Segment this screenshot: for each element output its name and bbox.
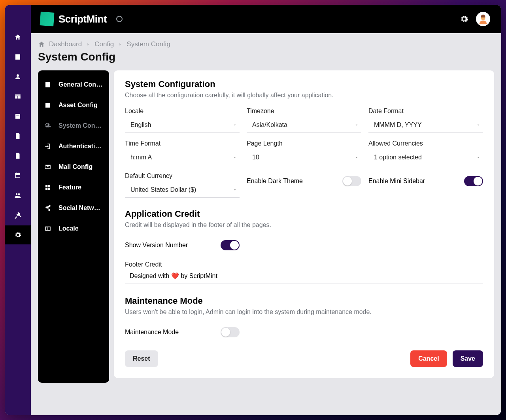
config-nav-social[interactable]: Social Netw…	[38, 198, 109, 218]
home-icon	[14, 34, 21, 41]
field-allowed-currencies: Allowed Currencies 1 option selected	[368, 140, 483, 165]
brand-name: ScriptMint	[59, 13, 107, 25]
home-icon	[38, 41, 45, 48]
config-nav-label: Authenticati…	[59, 143, 101, 150]
sidebar-item-calendar[interactable]	[5, 166, 31, 185]
save-button[interactable]: Save	[453, 350, 483, 367]
reset-button[interactable]: Reset	[125, 350, 158, 367]
brand[interactable]: ScriptMint	[39, 11, 107, 27]
section-title: Application Credit	[125, 209, 483, 219]
table-icon	[14, 93, 21, 100]
field-show-version: Show Version Number	[125, 237, 240, 253]
settings-card: System Configuration Choose all the conf…	[114, 70, 494, 378]
field-label: Default Currency	[125, 172, 240, 180]
page-area: Dashboard Config System Config System Co…	[31, 33, 501, 415]
sidebar-item-doc[interactable]	[5, 127, 31, 146]
config-nav-label: General Con…	[59, 81, 102, 88]
default-currency-select[interactable]: United States Dollar ($)	[125, 182, 240, 198]
field-label: Timezone	[247, 108, 361, 115]
breadcrumb: Dashboard Config System Config	[38, 40, 494, 48]
show-version-toggle[interactable]	[221, 240, 240, 250]
field-dark-theme: Enable Dark Theme	[247, 173, 361, 189]
sidebar-item-home[interactable]	[5, 28, 31, 47]
dark-theme-toggle[interactable]	[342, 176, 361, 186]
toggle-label: Show Version Number	[125, 242, 188, 249]
section-title: System Configuration	[125, 79, 483, 89]
field-label: Footer Credit	[125, 261, 162, 268]
mini-sidebar-toggle[interactable]	[464, 176, 483, 186]
config-nav-general[interactable]: General Con…	[38, 74, 109, 95]
top-bar: ScriptMint	[31, 5, 501, 33]
language-icon	[44, 225, 51, 232]
sidebar-item-team[interactable]	[5, 186, 31, 205]
config-nav-label: Feature	[59, 184, 81, 191]
section-title: Maintenance Mode	[125, 296, 483, 306]
chevron-down-icon	[232, 187, 237, 192]
document-icon	[14, 152, 21, 159]
select-value: English	[130, 121, 151, 129]
settings-button[interactable]	[457, 12, 471, 26]
select-value: 10	[252, 154, 259, 161]
config-nav-label: Asset Config	[59, 102, 98, 109]
mini-sidebar	[5, 5, 31, 415]
config-nav-mail[interactable]: Mail Config	[38, 157, 109, 177]
config-nav-label: Locale	[59, 225, 79, 232]
note-icon	[14, 113, 21, 120]
config-nav-auth[interactable]: Authenticati…	[38, 136, 109, 157]
building-icon	[44, 81, 51, 88]
breadcrumb-home[interactable]: Dashboard	[49, 40, 82, 48]
form-actions: Reset Cancel Save	[125, 350, 483, 367]
config-nav: General Con… Asset Config System Con… Au…	[38, 70, 109, 383]
chevron-down-icon	[354, 155, 359, 160]
avatar[interactable]	[476, 12, 490, 26]
config-nav-asset[interactable]: Asset Config	[38, 95, 109, 115]
field-default-currency: Default Currency United States Dollar ($…	[125, 172, 240, 198]
toggle-label: Maintenance Mode	[125, 329, 179, 336]
section-subtitle: Choose all the configuration carefully, …	[125, 92, 483, 99]
sidebar-item-note[interactable]	[5, 107, 31, 126]
locale-select[interactable]: English	[125, 117, 240, 133]
toggle-label: Enable Mini Sidebar	[368, 178, 425, 185]
footer-credit-input[interactable]	[125, 268, 483, 284]
field-label: Allowed Currencies	[368, 140, 483, 147]
calendar-icon	[14, 172, 21, 179]
config-nav-label: System Con…	[59, 122, 101, 129]
sidebar-item-doc2[interactable]	[5, 146, 31, 165]
config-nav-label: Mail Config	[59, 163, 93, 170]
page-length-select[interactable]: 10	[247, 149, 361, 165]
field-maintenance-mode: Maintenance Mode	[125, 324, 240, 340]
field-date-format: Date Format MMMM D, YYYY	[368, 108, 483, 133]
config-nav-locale[interactable]: Locale	[38, 218, 109, 239]
field-label: Page Length	[247, 140, 361, 147]
select-value: United States Dollar ($)	[130, 186, 196, 193]
gears-icon	[44, 122, 51, 129]
chevron-down-icon	[232, 155, 237, 160]
document-icon	[14, 132, 21, 140]
field-page-length: Page Length 10	[247, 140, 361, 165]
building-icon	[14, 53, 21, 61]
chevron-right-icon	[86, 42, 91, 47]
share-icon	[44, 204, 51, 212]
section-subtitle: Users won't be able to login, Admin can …	[125, 308, 483, 316]
breadcrumb-current: System Config	[126, 40, 170, 48]
date-format-select[interactable]: MMMM D, YYYY	[368, 117, 483, 133]
sidebar-item-org[interactable]	[5, 47, 31, 66]
sidebar-item-user[interactable]	[5, 67, 31, 86]
chevron-down-icon	[354, 123, 359, 127]
time-format-select[interactable]: h:mm A	[125, 149, 240, 165]
select-value: 1 option selected	[374, 154, 422, 161]
section-subtitle: Credit will be displayed in the footer o…	[125, 221, 483, 229]
config-nav-feature[interactable]: Feature	[38, 177, 109, 198]
user-icon	[14, 73, 21, 80]
config-nav-system[interactable]: System Con…	[38, 115, 109, 136]
cancel-button[interactable]: Cancel	[410, 350, 447, 367]
sidebar-item-table[interactable]	[5, 87, 31, 106]
select-value: Asia/Kolkata	[252, 121, 287, 129]
allowed-currencies-select[interactable]: 1 option selected	[368, 149, 483, 165]
sidebar-item-settings[interactable]	[5, 225, 31, 244]
sidebar-item-tools[interactable]	[5, 206, 31, 225]
maintenance-toggle[interactable]	[221, 327, 240, 337]
timezone-select[interactable]: Asia/Kolkata	[247, 117, 361, 133]
breadcrumb-parent[interactable]: Config	[94, 40, 114, 48]
chevron-down-icon	[232, 123, 237, 127]
